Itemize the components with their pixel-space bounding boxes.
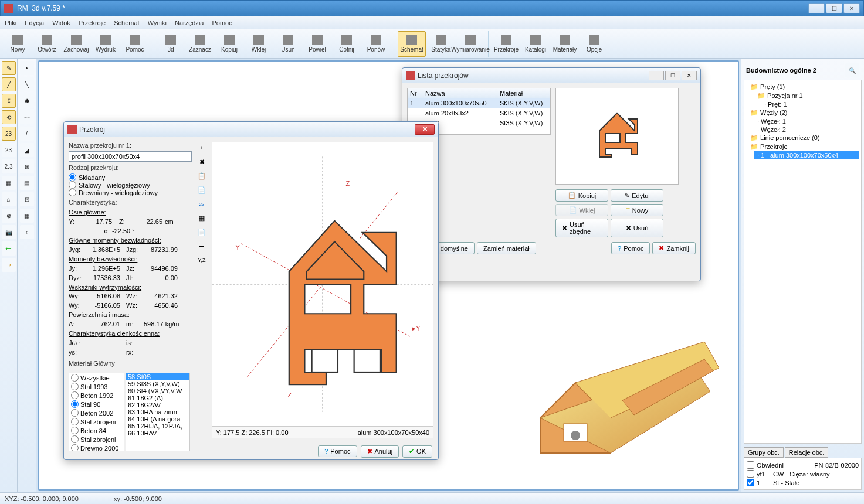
toolbar-zachowaj[interactable]: Zachowaj xyxy=(62,31,90,57)
left2-tool-0[interactable]: • xyxy=(20,61,34,75)
toolbar-wymiarowanie[interactable]: Wymiarowanie xyxy=(456,31,484,57)
mat-item[interactable]: 58 St0S xyxy=(126,373,189,380)
tab-relacje-obc[interactable]: Relacje obc. xyxy=(785,447,829,458)
left2-tool-3[interactable]: 〰 xyxy=(20,110,34,124)
delete-icon[interactable]: ✖ xyxy=(196,156,208,168)
left-tool-7[interactable]: ▦ xyxy=(2,176,16,190)
toolbar-ponów[interactable]: Ponów xyxy=(362,31,390,57)
rodzaj-option[interactable]: Składany xyxy=(69,173,192,181)
material-categories[interactable]: WszystkieStal 1993Beton 1992Stal 90Beton… xyxy=(69,373,124,451)
menu-pliki[interactable]: Pliki xyxy=(5,19,16,26)
toolbar-cofnij[interactable]: Cofnij xyxy=(333,31,361,57)
obwiedni-check[interactable] xyxy=(747,461,754,469)
left2-tool-7[interactable]: ▤ xyxy=(20,176,34,190)
lista-minimize-button[interactable]: — xyxy=(649,71,664,80)
toolbar-powiel[interactable]: Powiel xyxy=(303,31,331,57)
left2-tool-4[interactable]: / xyxy=(20,127,34,141)
material-list[interactable]: 58 St0S59 St3S (X,Y,V,W)60 St4 (VX,VY,V,… xyxy=(126,373,190,451)
toolbar-otwórz[interactable]: Otwórz xyxy=(33,31,61,57)
section-row[interactable]: alum 20x8x3x2St3S (X,Y,V,W) xyxy=(408,108,550,118)
toolbar-schemat[interactable]: Schemat xyxy=(398,31,426,57)
mat-category[interactable]: Stal 1993 xyxy=(69,382,124,391)
mat-item[interactable]: 65 12HIJA, 12PJA, xyxy=(126,423,189,430)
mat-item[interactable]: 59 St3S (X,Y,V,W) xyxy=(126,380,189,387)
menu-narzedzia[interactable]: Narzędzia xyxy=(175,19,204,26)
tree-node[interactable]: · Węzeł: 1 xyxy=(754,117,859,125)
left-tool-1[interactable]: ╱ xyxy=(2,77,16,91)
tree-node[interactable]: 📁 Pozycja nr 1 xyxy=(754,91,859,100)
toolbar-usuń[interactable]: Usuń xyxy=(274,31,302,57)
section-row[interactable]: 1alum 300x100x70x50St3S (X,Y,V,W) xyxy=(408,98,550,108)
left-tool-5[interactable]: 23 xyxy=(2,143,16,157)
mat-item[interactable]: 64 10H (A na gora xyxy=(126,416,189,423)
left-tool-8[interactable]: ⌂ xyxy=(2,192,16,206)
lista-pomoc-button[interactable]: ?Pomoc xyxy=(611,242,650,254)
menu-edycja[interactable]: Edycja xyxy=(25,19,44,26)
tree-node[interactable]: 📁 Węzły (2) xyxy=(747,108,859,117)
load-row[interactable]: γf1CW - Ciężar własny xyxy=(747,469,859,478)
toolbar-wydruk[interactable]: Wydruk xyxy=(92,31,120,57)
mat-category[interactable]: Stal 90 xyxy=(69,400,124,408)
mat-category[interactable]: Beton 1992 xyxy=(69,391,124,400)
toolbar-materiały[interactable]: Materiały xyxy=(551,31,579,57)
left2-tool-10[interactable]: ↕ xyxy=(20,225,34,239)
left-tool-0[interactable]: ✎ xyxy=(2,61,16,75)
left-tool-10[interactable]: 📷 xyxy=(2,225,16,239)
tree-node[interactable]: 📁 Linie pomocnicze (0) xyxy=(747,134,859,142)
paste-icon[interactable]: 📄 xyxy=(196,184,208,196)
przekroj-close-button[interactable]: ✕ xyxy=(415,124,435,135)
left-tool-9[interactable]: ⊗ xyxy=(2,209,16,223)
nowy-button[interactable]: ⌶Nowy xyxy=(611,204,663,216)
load-row[interactable]: 1St - Stałe xyxy=(747,478,859,487)
edytuj-button[interactable]: ✎Edytuj xyxy=(611,189,663,202)
grid-icon[interactable]: ▦ xyxy=(196,212,208,224)
mat-item[interactable]: 61 18G2 (A) xyxy=(126,394,189,401)
yz-icon[interactable]: Y,Z xyxy=(196,254,208,266)
usun-zbedne-button[interactable]: ✖Usuń zbędne xyxy=(555,219,608,237)
left-tool-4[interactable]: 23 xyxy=(2,127,16,141)
mat-category[interactable]: Beton 84 xyxy=(69,426,124,435)
load-groups-list[interactable]: ObwiedniPN-82/B-02000 γf1CW - Ciężar wła… xyxy=(744,458,862,490)
lista-close-button[interactable]: ✕ xyxy=(682,71,697,80)
redo-icon[interactable]: → xyxy=(2,258,16,272)
mat-item[interactable]: 62 18G2AV xyxy=(126,401,189,408)
mat-item[interactable]: 60 St4 (VX,VY,V,W xyxy=(126,387,189,394)
mat-category[interactable]: Stal zbrojeni xyxy=(69,435,124,444)
tree-node[interactable]: · Węzeł: 2 xyxy=(754,125,859,134)
menu-przekroje[interactable]: Przekroje xyxy=(79,19,106,26)
add-icon[interactable]: + xyxy=(196,142,208,154)
undo-icon[interactable]: ← xyxy=(2,241,16,256)
left-tool-3[interactable]: ⟲ xyxy=(2,110,16,124)
toolbar-opcje[interactable]: Opcje xyxy=(580,31,608,57)
mat-category[interactable]: Stal zbrojeni xyxy=(69,417,124,426)
left-tool-6[interactable]: 2.3 xyxy=(2,159,16,173)
toolbar-nowy[interactable]: Nowy xyxy=(4,31,32,57)
mat-item[interactable]: 63 10HA na zimn xyxy=(126,408,189,416)
structure-tree[interactable]: 📁 Pręty (1)📁 Pozycja nr 1· Pręt: 1📁 Węzł… xyxy=(744,80,862,444)
rodzaj-option[interactable]: Stalowy - wielogałęziowy xyxy=(69,181,192,189)
list-icon[interactable]: ☰ xyxy=(196,240,208,252)
menu-schemat[interactable]: Schemat xyxy=(114,19,139,26)
menu-wyniki[interactable]: Wyniki xyxy=(148,19,167,26)
toolbar-3d[interactable]: 3d xyxy=(157,31,185,57)
menu-pomoc[interactable]: Pomoc xyxy=(212,19,232,26)
left2-tool-5[interactable]: ◢ xyxy=(20,143,34,157)
minimize-button[interactable]: — xyxy=(808,3,825,13)
left2-tool-1[interactable]: ╲ xyxy=(20,77,34,91)
section-name-input[interactable] xyxy=(69,151,192,162)
lista-maximize-button[interactable]: ☐ xyxy=(665,71,680,80)
toolbar-katalogi[interactable]: Katalogi xyxy=(521,31,550,57)
przekroj-pomoc-button[interactable]: ?Pomoc xyxy=(318,445,357,457)
tab-grupy-obc[interactable]: Grupy obc. xyxy=(744,447,784,458)
tree-node[interactable]: · Pręt: 1 xyxy=(761,100,859,108)
left-tool-2[interactable]: ↧ xyxy=(2,94,16,108)
tree-node[interactable]: · 1 - alum 300x100x70x50x4 xyxy=(754,151,859,159)
toolbar-przekroje[interactable]: Przekroje xyxy=(492,31,520,57)
left2-tool-8[interactable]: ⊡ xyxy=(20,192,34,206)
toolbar-zaznacz[interactable]: Zaznacz xyxy=(186,31,214,57)
tree-node[interactable]: 📁 Przekroje xyxy=(747,142,859,151)
anuluj-button[interactable]: ✖Anuluj xyxy=(361,445,399,458)
left2-tool-6[interactable]: ⊞ xyxy=(20,159,34,173)
left2-tool-9[interactable]: ▦ xyxy=(20,209,34,223)
zamknij-button[interactable]: ✖Zamknij xyxy=(652,242,696,254)
